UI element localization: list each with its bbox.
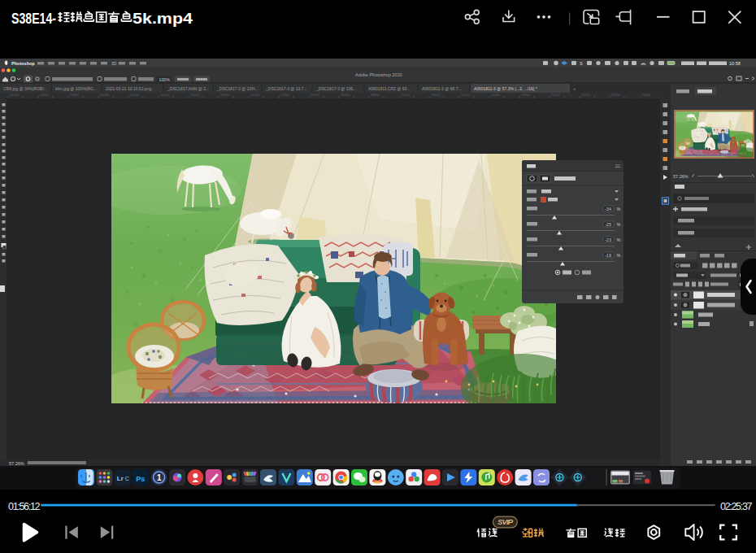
svg-text:14000: 14000 — [10, 93, 20, 97]
svg-text:klim.jpg @ 100%(RG...: klim.jpg @ 100%(RG... — [55, 86, 97, 91]
svg-text:_DSC1817-3 @ 136...: _DSC1817-3 @ 136... — [315, 86, 356, 91]
svg-text:Ps: Ps — [136, 475, 145, 483]
svg-text:01:56:12: 01:56:12 — [8, 501, 41, 512]
svg-text:11400: 11400 — [491, 93, 501, 97]
svg-text:Photoshop: Photoshop — [11, 61, 35, 66]
svg-text:17600: 17600 — [280, 93, 290, 97]
svg-text:16000: 16000 — [160, 93, 170, 97]
svg-text:10:58: 10:58 — [729, 61, 741, 66]
svg-text:-25: -25 — [605, 222, 611, 227]
svg-text:16800: 16800 — [220, 93, 230, 97]
svg-text:17200: 17200 — [250, 93, 260, 97]
svg-text:%: % — [617, 207, 621, 211]
svg-text:3D: 3D — [111, 61, 117, 66]
svg-text:100%: 100% — [159, 77, 171, 82]
svg-text:-34: -34 — [605, 207, 611, 211]
svg-text:11800: 11800 — [521, 93, 531, 97]
svg-text:_DSC1817-3 @ 13.7...: _DSC1817-3 @ 13.7... — [265, 86, 307, 91]
svg-text:13000: 13000 — [611, 93, 621, 97]
svg-text:16400: 16400 — [190, 93, 200, 97]
svg-text:15200: 15200 — [100, 93, 110, 97]
svg-text:-23: -23 — [605, 237, 611, 242]
svg-text:18800: 18800 — [371, 93, 380, 97]
svg-text:15600: 15600 — [130, 93, 140, 97]
svg-text:Adobe Photoshop 2020: Adobe Photoshop 2020 — [355, 72, 402, 77]
svg-text:5k.mp4: 5k.mp4 — [133, 11, 193, 27]
svg-text:19200: 19200 — [401, 93, 411, 97]
svg-text:2021-03-21 10.10.52.png: 2021-03-21 10.10.52.png — [106, 86, 151, 91]
svg-text:14400: 14400 — [40, 93, 50, 97]
svg-text:A0601811-3 @ 66.7...: A0601811-3 @ 66.7... — [422, 86, 462, 91]
svg-text:13400: 13400 — [641, 93, 651, 97]
svg-text:S: S — [580, 61, 583, 66]
svg-text:14800: 14800 — [70, 93, 80, 97]
svg-text:A0601811-3 @ 57.3% (...2, .../: A0601811-3 @ 57.3% (...2, .../16) * — [474, 86, 537, 91]
svg-text:19600: 19600 — [431, 93, 441, 97]
svg-text:57.26%: 57.26% — [9, 461, 24, 466]
svg-text:%: % — [617, 253, 621, 258]
svg-text:18000: 18000 — [311, 93, 320, 97]
svg-text:_DSC1817-2 @ 23%...: _DSC1817-2 @ 23%... — [216, 86, 259, 91]
svg-text:02:25:37: 02:25:37 — [720, 501, 753, 512]
svg-text:1: 1 — [157, 473, 162, 482]
svg-text:12200: 12200 — [551, 93, 561, 97]
svg-text:18400: 18400 — [341, 93, 350, 97]
svg-text:%: % — [617, 237, 621, 242]
svg-text:SVIP: SVIP — [497, 517, 514, 526]
svg-text:%: % — [617, 222, 621, 227]
svg-text:-19: -19 — [605, 253, 611, 258]
svg-text:_DSC1817.ANN @ 2...: _DSC1817.ANN @ 2... — [167, 86, 209, 91]
svg-text:11000: 11000 — [461, 93, 471, 97]
svg-text:S38E14-: S38E14- — [11, 11, 56, 27]
svg-text:Lr: Lr — [117, 475, 124, 482]
svg-text:C: C — [125, 476, 129, 481]
svg-text:12600: 12600 — [581, 93, 591, 97]
svg-text:CR8.jpg @ 34%(RGB/...: CR8.jpg @ 34%(RGB/... — [3, 86, 47, 91]
svg-text:57.26%: 57.26% — [673, 174, 689, 179]
svg-text:A0601811.CR2 @ 63...: A0601811.CR2 @ 63... — [368, 86, 410, 91]
